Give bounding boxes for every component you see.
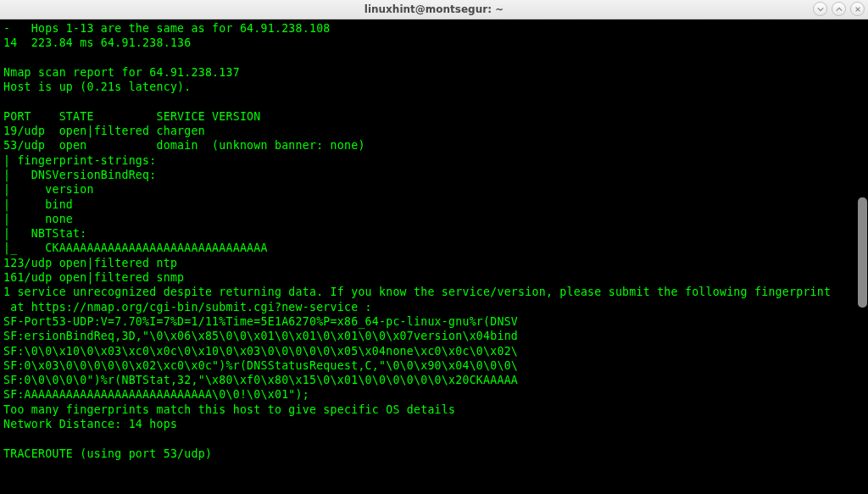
terminal-line: 161/udp open|filtered snmp xyxy=(3,271,184,284)
terminal-line: SF:0\x03\0\0\0\0\0\x02\xc0\x0c")%r(DNSSt… xyxy=(3,359,518,372)
terminal-line: Network Distance: 14 hops xyxy=(3,418,177,430)
terminal-line: SF:0\0\0\0\0")%r(NBTStat,32,"\x80\xf0\x8… xyxy=(3,374,518,386)
terminal-line: Too many fingerprints match this host to… xyxy=(3,403,455,416)
terminal-line: Nmap scan report for 64.91.238.137 xyxy=(3,66,240,79)
scrollbar-track[interactable] xyxy=(857,19,868,494)
terminal-line: 123/udp open|filtered ntp xyxy=(3,257,177,269)
window-title: linuxhint@montsegur: ~ xyxy=(364,3,504,15)
terminal-line: at https://nmap.org/cgi-bin/submit.cgi?n… xyxy=(3,301,372,314)
terminal-line: | DNSVersionBindReq: xyxy=(3,169,156,181)
terminal-line: 53/udp open domain (unknown banner: none… xyxy=(3,139,365,152)
terminal-line: | NBTStat: xyxy=(3,227,86,240)
window-titlebar: linuxhint@montsegur: ~ xyxy=(0,0,868,19)
terminal-line: Host is up (0.21s latency). xyxy=(3,80,192,93)
terminal-line: SF:AAAAAAAAAAAAAAAAAAAAAAAAAAA\0\0!\0\x0… xyxy=(3,388,309,401)
terminal-line: | version xyxy=(3,183,94,196)
terminal-line: SF-Port53-UDP:V=7.70%I=7%D=1/11%Time=5E1… xyxy=(3,315,518,328)
terminal-line: 19/udp open|filtered chargen xyxy=(3,125,205,137)
terminal-line: 14 223.84 ms 64.91.238.136 xyxy=(3,36,192,49)
terminal-line: |_ CKAAAAAAAAAAAAAAAAAAAAAAAAAAAAAA xyxy=(3,241,268,254)
scrollbar-thumb[interactable] xyxy=(858,197,867,308)
minimize-button[interactable] xyxy=(813,2,827,16)
terminal-line: SF:ersionBindReq,3D,"\0\x06\x85\0\0\x01\… xyxy=(3,330,518,342)
terminal-line: | fingerprint-strings: xyxy=(3,154,156,167)
terminal-line: SF:\0\0\x10\0\x03\xc0\x0c\0\x10\0\x03\0\… xyxy=(3,345,518,358)
terminal-line: TRACEROUTE (using port 53/udp) xyxy=(3,447,212,460)
window-controls xyxy=(813,2,865,16)
chevron-up-icon xyxy=(836,6,843,13)
close-button[interactable] xyxy=(850,2,865,16)
terminal-output[interactable]: - Hops 1-13 are the same as for 64.91.23… xyxy=(0,19,868,494)
chevron-down-icon xyxy=(817,6,824,13)
terminal-line: 1 service unrecognized despite returning… xyxy=(3,286,831,298)
maximize-button[interactable] xyxy=(832,2,846,16)
close-icon xyxy=(854,6,861,13)
terminal-line: - Hops 1-13 are the same as for 64.91.23… xyxy=(3,22,331,35)
terminal-line: | none xyxy=(3,213,73,225)
terminal-line: | bind xyxy=(3,198,73,211)
terminal-line: PORT STATE SERVICE VERSION xyxy=(3,110,261,123)
